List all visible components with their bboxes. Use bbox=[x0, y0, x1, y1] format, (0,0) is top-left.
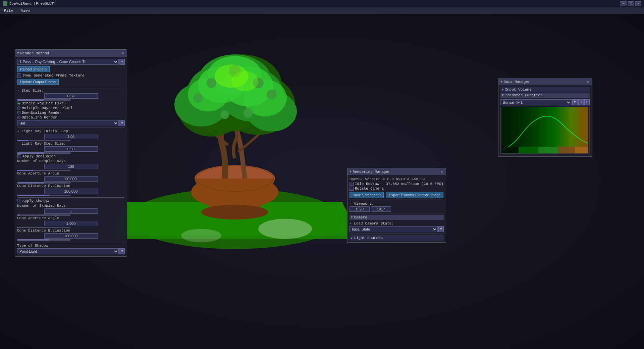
idle-redraw-row: ✓ Idle Redraw – 37.662 ms/frame (26.6 FP… bbox=[350, 182, 444, 186]
single-ray-radio[interactable] bbox=[17, 102, 20, 105]
save-screenshot-button[interactable]: Save Screenshot bbox=[350, 192, 384, 198]
render-panel-close[interactable]: ✕ bbox=[121, 51, 125, 56]
sep2 bbox=[17, 128, 125, 128]
cone-aperture-input2[interactable] bbox=[44, 221, 98, 226]
tf-next-button[interactable]: > bbox=[584, 99, 590, 105]
render-panel-content: 1-Pass – Ray Casting – Cone Ground Tr ▼ … bbox=[15, 57, 127, 256]
light-sources-arrow: ▶ bbox=[351, 236, 353, 240]
update-output-frame-button[interactable]: Update Output Frame bbox=[17, 79, 59, 85]
render-method-panel: ▼ Render Method ✕ 1-Pass – Ray Casting –… bbox=[15, 49, 127, 257]
tf-select-arrow[interactable]: ▼ bbox=[572, 99, 578, 105]
svg-point-4 bbox=[181, 229, 221, 242]
filter-select-row: Hat ▼ bbox=[17, 120, 125, 126]
downscaling-row: DownScaling Render bbox=[17, 111, 125, 115]
sep1 bbox=[17, 87, 125, 87]
sampled-rays-slider2[interactable] bbox=[17, 214, 71, 216]
viewport-height-input[interactable] bbox=[371, 206, 391, 212]
tf-preset-select[interactable]: Bonsai TF 1 bbox=[500, 99, 572, 105]
step-size-slider[interactable] bbox=[17, 99, 71, 101]
data-panel-header-left: ▼ Data Manager bbox=[500, 80, 530, 84]
cone-distance-input2[interactable] bbox=[44, 233, 98, 239]
sampled-rays-label2: Number of Sampled Rays bbox=[17, 204, 125, 208]
tf-label: Transfer Function bbox=[505, 93, 542, 97]
camera-state-arrow[interactable]: ▼ bbox=[438, 226, 444, 232]
light-ray-step-slider[interactable] bbox=[17, 152, 71, 154]
camera-toggle[interactable]: ▼ Camera bbox=[350, 215, 444, 220]
upscaling-radio[interactable] bbox=[17, 116, 20, 119]
light-ray-step-label: - Light Ray Step Size: bbox=[17, 142, 125, 146]
rotate-camera-checkbox[interactable] bbox=[350, 187, 354, 191]
app-icon bbox=[3, 1, 7, 6]
tf-select-row: Bonsai TF 1 ▼ < > bbox=[500, 99, 590, 105]
single-ray-radio-inner bbox=[18, 103, 20, 104]
titlebar-controls[interactable]: ─ □ ✕ bbox=[621, 1, 641, 6]
step-size-slider-fill bbox=[17, 99, 44, 101]
sampled-rays-input1[interactable] bbox=[44, 164, 98, 169]
rendering-manager-panel: ▼ Rendering Manager ✕ OpenGL Version 4.6… bbox=[347, 168, 446, 243]
menu-file[interactable]: File bbox=[3, 9, 14, 13]
light-ray-gap-label: - Light Ray Initial Gap: bbox=[17, 129, 125, 133]
cone-aperture-slider2-fill bbox=[17, 227, 18, 228]
step-size-input[interactable] bbox=[44, 93, 98, 99]
method-select-arrow[interactable]: ▼ bbox=[119, 59, 125, 65]
tf-prev-button[interactable]: < bbox=[578, 99, 584, 105]
data-panel-close[interactable]: ✕ bbox=[586, 79, 590, 84]
cone-aperture-row2 bbox=[17, 221, 125, 226]
shadow-type-select-arrow[interactable]: ▼ bbox=[119, 248, 125, 254]
light-sources-toggle[interactable]: ▶ Light Sources bbox=[350, 235, 444, 241]
data-panel-triangle: ▼ bbox=[500, 80, 502, 84]
rendering-panel-header[interactable]: ▼ Rendering Manager ✕ bbox=[347, 168, 446, 175]
svg-point-31 bbox=[231, 71, 258, 91]
export-tf-image-button[interactable]: Export Transfer Function Image bbox=[386, 192, 443, 198]
shadow-type-select[interactable]: Point Light bbox=[17, 248, 119, 254]
apply-shadow-label: Apply Shadow bbox=[22, 199, 49, 203]
downscaling-radio[interactable] bbox=[17, 111, 20, 114]
filter-select[interactable]: Hat bbox=[17, 120, 119, 126]
reload-shaders-button[interactable]: Reload Shaders bbox=[17, 66, 50, 72]
camera-state-select[interactable]: Initial State bbox=[350, 226, 438, 232]
render-panel-header[interactable]: ▼ Render Method ✕ bbox=[15, 50, 127, 57]
apply-shadow-checkbox[interactable] bbox=[17, 199, 21, 203]
data-panel-header[interactable]: ▼ Data Manager ✕ bbox=[498, 78, 592, 85]
restore-button[interactable]: □ bbox=[628, 1, 634, 6]
cone-distance-slider2-fill bbox=[17, 239, 49, 241]
idle-redraw-checkbox[interactable]: ✓ bbox=[350, 182, 354, 186]
input-volume-toggle[interactable]: ▶ Input Volume bbox=[500, 87, 590, 92]
minimize-button[interactable]: ─ bbox=[621, 1, 627, 6]
sampled-rays-row1 bbox=[17, 164, 125, 169]
cone-distance-slider1[interactable] bbox=[17, 195, 71, 196]
viewport-width-input[interactable] bbox=[350, 206, 370, 212]
rotate-camera-row: Rotate Camera bbox=[350, 187, 444, 191]
cone-aperture-slider1[interactable] bbox=[17, 182, 71, 184]
cone-aperture-slider2[interactable] bbox=[17, 227, 71, 228]
sep3 bbox=[17, 197, 125, 198]
filter-select-arrow[interactable]: ▼ bbox=[119, 120, 125, 126]
light-ray-gap-input[interactable] bbox=[44, 134, 98, 139]
rendering-panel-title: Rendering Manager bbox=[353, 170, 390, 174]
svg-point-7 bbox=[201, 205, 268, 219]
cone-distance-slider2[interactable] bbox=[17, 239, 71, 241]
multiple-rays-radio[interactable] bbox=[17, 106, 20, 110]
cone-distance-input1[interactable] bbox=[44, 189, 98, 194]
sampled-rays-slider2-fill bbox=[17, 214, 20, 216]
close-button[interactable]: ✕ bbox=[635, 1, 641, 6]
svg-rect-32 bbox=[502, 107, 588, 153]
cone-aperture-input1[interactable] bbox=[44, 176, 98, 182]
tf-arrow: ▼ bbox=[502, 94, 503, 97]
viewport-row bbox=[350, 206, 444, 212]
light-ray-step-input[interactable] bbox=[44, 146, 98, 152]
transfer-function-toggle[interactable]: ▼ Transfer Function bbox=[500, 93, 590, 98]
svg-rect-34 bbox=[519, 147, 538, 153]
light-ray-gap-row bbox=[17, 134, 125, 139]
sampled-rays-input2[interactable] bbox=[44, 208, 98, 214]
transfer-function-area[interactable] bbox=[500, 107, 590, 154]
show-frame-texture-checkbox[interactable]: ✓ bbox=[17, 73, 21, 78]
apply-occlusion-checkbox[interactable]: ✓ bbox=[17, 154, 21, 158]
menu-view[interactable]: View bbox=[19, 9, 31, 13]
light-ray-step-slider-fill bbox=[17, 152, 44, 154]
sampled-rays-slider1[interactable] bbox=[17, 170, 71, 171]
method-select[interactable]: 1-Pass – Ray Casting – Cone Ground Tr bbox=[17, 59, 119, 65]
rendering-panel-close[interactable]: ✕ bbox=[440, 169, 444, 174]
light-sources-label: Light Sources bbox=[354, 236, 383, 240]
light-ray-gap-slider[interactable] bbox=[17, 140, 71, 141]
